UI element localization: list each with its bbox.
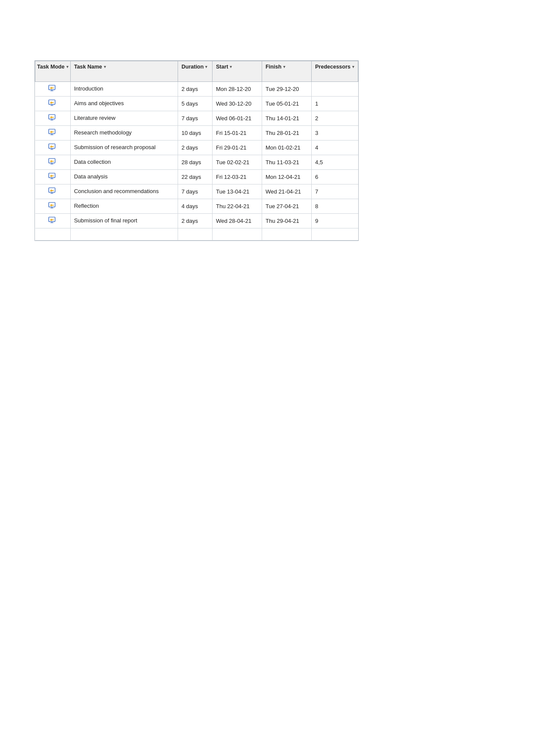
start-cell: Fri 15-01-21 — [212, 126, 262, 141]
table-body: Introduction2 daysMon 28-12-20Tue 29-12-… — [35, 82, 358, 241]
table-row[interactable]: Aims and objectives5 daysWed 30-12-20Tue… — [35, 97, 358, 111]
table-row[interactable]: Submission of research proposal2 daysFri… — [35, 141, 358, 155]
predecessors-cell: 7 — [311, 184, 358, 199]
finish-cell: Mon 12-04-21 — [262, 170, 311, 184]
start-cell: Fri 29-01-21 — [212, 141, 262, 155]
task-mode-header-label: Task Mode — [37, 64, 65, 70]
predecessors-dropdown-arrow[interactable]: ▾ — [352, 65, 354, 69]
task-name-cell[interactable]: Aims and objectives — [70, 97, 178, 111]
task-mode-cell — [35, 214, 71, 228]
task-mode-cell — [35, 170, 71, 184]
task-mode-icon — [48, 84, 57, 92]
task-mode-icon — [48, 202, 57, 209]
svg-rect-9 — [49, 129, 55, 134]
duration-cell: 10 days — [178, 126, 212, 141]
predecessors-cell — [311, 82, 358, 97]
finish-cell: Tue 29-12-20 — [262, 82, 311, 97]
task-mode-cell — [35, 184, 71, 199]
table-row[interactable]: Introduction2 daysMon 28-12-20Tue 29-12-… — [35, 82, 358, 97]
finish-cell: Thu 29-04-21 — [262, 214, 311, 228]
col-header-predecessors[interactable]: Predecessors ▾ — [311, 61, 358, 82]
task-name-cell[interactable]: Reflection — [70, 199, 178, 214]
table-row[interactable]: Data analysis22 daysFri 12-03-21Mon 12-0… — [35, 170, 358, 184]
task-mode-cell — [35, 111, 71, 126]
svg-rect-21 — [49, 188, 55, 193]
col-header-finish[interactable]: Finish ▾ — [262, 61, 311, 82]
duration-cell: 7 days — [178, 184, 212, 199]
task-name-cell[interactable]: Submission of final report — [70, 214, 178, 228]
task-mode-cell — [35, 199, 71, 214]
task-mode-icon — [48, 172, 57, 180]
finish-cell: Thu 28-01-21 — [262, 126, 311, 141]
task-mode-icon — [48, 158, 57, 166]
task-name-header-label: Task Name — [74, 64, 102, 70]
finish-cell: Tue 27-04-21 — [262, 199, 311, 214]
start-cell: Wed 06-01-21 — [212, 111, 262, 126]
predecessors-cell: 9 — [311, 214, 358, 228]
task-mode-cell — [35, 126, 71, 141]
finish-cell: Thu 11-03-21 — [262, 155, 311, 170]
predecessors-cell: 6 — [311, 170, 358, 184]
start-cell: Tue 02-02-21 — [212, 155, 262, 170]
svg-rect-18 — [49, 173, 55, 178]
finish-cell: Tue 05-01-21 — [262, 97, 311, 111]
task-name-dropdown-arrow[interactable]: ▾ — [104, 65, 106, 69]
gantt-table-wrapper: Task Mode ▾ Task Name ▾ Duration ▾ — [34, 60, 359, 241]
duration-cell: 2 days — [178, 82, 212, 97]
svg-rect-15 — [49, 159, 55, 163]
start-cell: Mon 28-12-20 — [212, 82, 262, 97]
table-row[interactable]: Submission of final report2 daysWed 28-0… — [35, 214, 358, 228]
table-row[interactable]: Research methodology10 daysFri 15-01-21T… — [35, 126, 358, 141]
finish-cell: Thu 14-01-21 — [262, 111, 311, 126]
predecessors-cell: 2 — [311, 111, 358, 126]
gantt-table: Task Mode ▾ Task Name ▾ Duration ▾ — [35, 61, 358, 241]
task-name-cell[interactable]: Data collection — [70, 155, 178, 170]
table-row[interactable]: Reflection4 daysThu 22-04-21Tue 27-04-21… — [35, 199, 358, 214]
task-name-cell[interactable]: Research methodology — [70, 126, 178, 141]
svg-rect-0 — [49, 85, 55, 90]
start-cell: Wed 30-12-20 — [212, 97, 262, 111]
start-cell: Fri 12-03-21 — [212, 170, 262, 184]
task-mode-icon — [48, 114, 57, 122]
task-name-cell[interactable]: Submission of research proposal — [70, 141, 178, 155]
duration-header-label: Duration — [181, 64, 203, 70]
task-mode-cell — [35, 97, 71, 111]
finish-dropdown-arrow[interactable]: ▾ — [283, 65, 285, 69]
duration-cell: 5 days — [178, 97, 212, 111]
predecessors-cell: 4 — [311, 141, 358, 155]
task-name-cell[interactable]: Literature review — [70, 111, 178, 126]
svg-rect-12 — [49, 144, 55, 149]
svg-rect-24 — [49, 203, 55, 207]
col-header-task-mode[interactable]: Task Mode ▾ — [35, 61, 71, 82]
duration-cell: 28 days — [178, 155, 212, 170]
task-mode-icon — [48, 216, 57, 224]
task-name-cell[interactable]: Introduction — [70, 82, 178, 97]
duration-dropdown-arrow[interactable]: ▾ — [205, 65, 207, 69]
task-mode-cell — [35, 155, 71, 170]
start-cell: Wed 28-04-21 — [212, 214, 262, 228]
col-header-task-name[interactable]: Task Name ▾ — [70, 61, 178, 82]
finish-cell: Wed 21-04-21 — [262, 184, 311, 199]
table-row[interactable]: Data collection28 daysTue 02-02-21Thu 11… — [35, 155, 358, 170]
col-header-start[interactable]: Start ▾ — [212, 61, 262, 82]
col-header-duration[interactable]: Duration ▾ — [178, 61, 212, 82]
svg-rect-27 — [49, 217, 55, 222]
duration-cell: 2 days — [178, 214, 212, 228]
start-cell: Tue 13-04-21 — [212, 184, 262, 199]
finish-cell: Mon 01-02-21 — [262, 141, 311, 155]
table-row[interactable]: Literature review7 daysWed 06-01-21Thu 1… — [35, 111, 358, 126]
task-name-cell[interactable]: Conclusion and recommendations — [70, 184, 178, 199]
table-header-row: Task Mode ▾ Task Name ▾ Duration ▾ — [35, 61, 358, 82]
task-name-cell[interactable]: Data analysis — [70, 170, 178, 184]
duration-cell: 22 days — [178, 170, 212, 184]
duration-cell: 2 days — [178, 141, 212, 155]
task-mode-cell — [35, 141, 71, 155]
start-header-label: Start — [216, 64, 228, 70]
task-mode-icon — [48, 143, 57, 151]
start-dropdown-arrow[interactable]: ▾ — [230, 65, 232, 69]
predecessors-cell: 3 — [311, 126, 358, 141]
svg-rect-6 — [49, 115, 55, 119]
task-mode-dropdown-arrow[interactable]: ▾ — [66, 65, 69, 69]
svg-rect-3 — [49, 100, 55, 105]
table-row[interactable]: Conclusion and recommendations7 daysTue … — [35, 184, 358, 199]
